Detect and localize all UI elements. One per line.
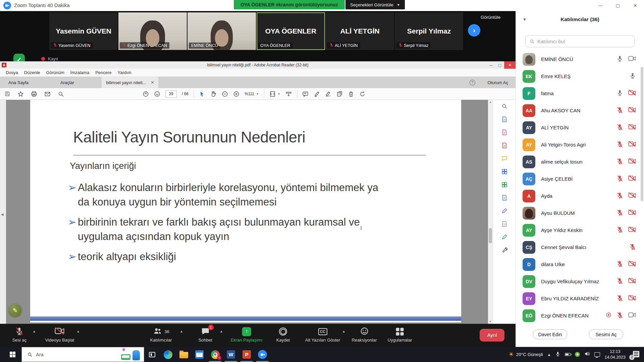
scan-ocr-icon[interactable] <box>501 195 507 202</box>
menu-gorunum[interactable]: Görünüm <box>43 70 67 75</box>
participant-row[interactable]: EMİNE ÖNCÜ <box>516 51 641 68</box>
document-scrollbar[interactable]: ▲ ▼ <box>488 100 493 324</box>
antivirus-icon[interactable]: ✱ <box>575 352 580 357</box>
participant-row[interactable]: DVDuygu Vefikuluçay Yılmaz <box>516 273 641 290</box>
tab-document[interactable]: bilimsel yayın niteli...✕ <box>101 77 159 88</box>
participant-row[interactable]: EYEbru YILDIZ KARADENİZ <box>516 290 641 307</box>
battery-icon[interactable] <box>565 353 571 356</box>
captions-control[interactable]: CC Alt Yazıları Göster <box>305 326 340 343</box>
menu-duzenle[interactable]: Düzenle <box>21 70 43 75</box>
email-icon[interactable] <box>44 91 51 97</box>
scroll-up-icon[interactable]: ▲ <box>489 101 492 104</box>
participants-caret[interactable]: ▲ <box>180 329 183 333</box>
tray-overflow-icon[interactable]: ▲ <box>547 353 551 357</box>
participant-row[interactable]: AAyda <box>516 187 641 204</box>
menu-dosya[interactable]: Dosya <box>3 70 21 75</box>
organize-pages-icon[interactable] <box>501 182 507 189</box>
print-icon[interactable] <box>31 91 37 97</box>
fit-width-icon[interactable] <box>285 91 292 97</box>
participant-row[interactable]: CŞCennet Şevval Balcı <box>516 239 641 256</box>
tab-home[interactable]: Ana Sayfa <box>8 80 29 85</box>
record-control[interactable]: Kaydet <box>276 326 290 343</box>
view-options-button[interactable]: Seçenekleri Görüntüle▼ <box>345 0 405 9</box>
scrollbar-thumb[interactable] <box>489 228 492 243</box>
video-tile[interactable]: Serpil YılmazSerpil Yılmaz <box>395 12 463 50</box>
share-screen-control[interactable]: ↑ Ekran Paylaşımı <box>231 326 263 343</box>
captions-caret[interactable]: ▲ <box>342 329 345 333</box>
file-explorer-app[interactable] <box>176 347 192 362</box>
powerpoint-app[interactable]: P <box>239 347 255 362</box>
favorite-star-icon[interactable] <box>17 91 24 97</box>
delete-icon[interactable] <box>348 91 354 97</box>
panel-scrollbar-thumb[interactable] <box>641 67 643 201</box>
apps-control[interactable]: Uygulamalar <box>388 326 412 343</box>
save-icon[interactable] <box>4 91 10 97</box>
search-tool-icon[interactable] <box>501 103 507 111</box>
left-panel-rail[interactable]: ◀ <box>0 100 6 324</box>
video-tile[interactable]: Ezgi ÖNEN EFECAN <box>118 12 187 50</box>
participant-row[interactable]: AYALİ YETGİN <box>516 119 641 136</box>
network-icon[interactable] <box>594 352 600 357</box>
close-button[interactable]: ✕ <box>627 0 644 11</box>
zoom-out-icon[interactable] <box>222 91 228 97</box>
taskbar-search[interactable] <box>21 347 144 362</box>
participant-search[interactable] <box>525 35 635 47</box>
start-button[interactable] <box>5 347 20 362</box>
participant-row[interactable]: AYAli Yetgin-Toros Agri <box>516 136 641 153</box>
taskbar-search-input[interactable] <box>36 352 96 357</box>
search-input[interactable] <box>537 39 618 44</box>
tray-mic-icon[interactable] <box>555 351 560 358</box>
leave-button[interactable]: Ayrıl <box>480 329 504 342</box>
fit-page-icon[interactable]: ▼ <box>269 91 280 97</box>
participant-row[interactable]: AÇAsiye ÇELEBİ <box>516 170 641 187</box>
sign-pen-icon[interactable] <box>325 91 331 97</box>
stamp-icon[interactable] <box>501 221 507 228</box>
create-pdf-icon[interactable] <box>501 129 507 137</box>
participant-row[interactable]: Ddilara Ulke <box>516 256 641 273</box>
video-tile[interactable]: OYA ÖGENLEROYA ÖGENLER <box>257 12 325 50</box>
next-participants-button[interactable]: › <box>468 24 480 37</box>
stamp-icon[interactable] <box>336 91 343 97</box>
video-tile[interactable]: Yasemin GÜVENYasemin GÜVEN <box>49 12 118 50</box>
export-pdf-icon[interactable] <box>501 116 507 124</box>
next-page-icon[interactable] <box>154 91 160 97</box>
participant-row[interactable]: EKEmre KELEŞ <box>516 68 641 85</box>
maximize-button[interactable]: ▢ <box>609 0 627 11</box>
task-view-button[interactable] <box>144 347 160 362</box>
menu-yardim[interactable]: Yardım <box>115 70 135 75</box>
comment-icon[interactable] <box>302 91 309 97</box>
find-icon[interactable] <box>58 91 64 97</box>
unmute-button[interactable]: Sesimi Aç <box>589 329 623 339</box>
video-tile[interactable]: EMİNE ÖNCÜ <box>187 12 256 50</box>
acrobat-restore-button[interactable]: ▢ <box>495 61 504 69</box>
select-tool-icon[interactable] <box>199 91 205 97</box>
taskbar-clock[interactable]: 12:13 14.04.2023 <box>604 349 626 360</box>
view-button[interactable]: Görüntüle <box>481 15 500 20</box>
menu-pencere[interactable]: Pencere <box>92 70 114 75</box>
sign-in-link[interactable]: Oturum Aç <box>488 80 508 85</box>
scroll-down-icon[interactable]: ▼ <box>489 320 492 323</box>
participant-row[interactable]: AAAhu AKSOY CAN <box>516 102 641 119</box>
chrome-app[interactable]: Y <box>207 347 223 362</box>
participants-control[interactable]: 36 Katılımcılar <box>150 326 172 343</box>
mail-app[interactable] <box>192 347 207 362</box>
annotate-pencil-fab[interactable]: ✎ <box>9 304 21 317</box>
combine-files-icon[interactable] <box>501 169 507 176</box>
sign-icon[interactable] <box>501 234 507 241</box>
chat-control[interactable]: 1 Sohbet <box>198 326 212 343</box>
participant-row[interactable]: Aysu BULDUM <box>516 204 641 222</box>
zoom-in-icon[interactable] <box>233 91 239 97</box>
participant-row[interactable]: ASalime selçuk tosun <box>516 153 641 170</box>
participant-row[interactable]: EÖEzgi ÖNEN EFECAN <box>516 307 641 324</box>
comment-icon[interactable] <box>501 156 507 163</box>
video-tile[interactable]: ALİ YETGİNALİ YETGİN <box>326 12 394 50</box>
rotate-icon[interactable] <box>359 91 366 97</box>
edit-pdf-icon[interactable] <box>501 142 507 150</box>
chat-caret[interactable]: ▲ <box>220 329 223 333</box>
close-tab-icon[interactable]: ✕ <box>151 80 154 85</box>
expand-left-panel-icon[interactable]: ◀ <box>1 213 4 216</box>
speaker-icon[interactable] <box>584 351 590 358</box>
participant-row[interactable]: AYAyşe Yıldız Keskin <box>516 222 641 239</box>
highlighter-icon[interactable] <box>314 91 320 97</box>
video-options-caret[interactable]: ▲ <box>76 329 80 333</box>
